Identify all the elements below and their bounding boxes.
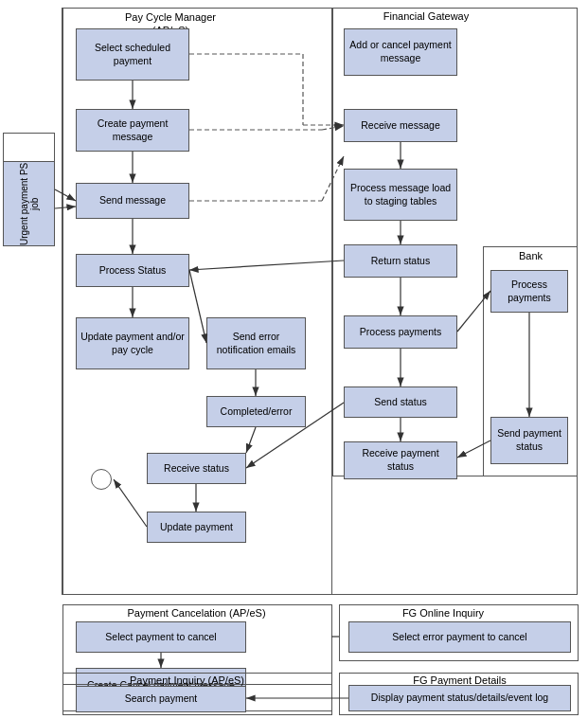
receive-message-box: Receive message	[344, 109, 457, 142]
receive-payment-status-box: Receive payment status	[344, 441, 457, 479]
update-payment-box: Update payment	[147, 512, 246, 543]
receive-status-box: Receive status	[147, 453, 246, 484]
select-scheduled-box: Select scheduled payment	[76, 28, 189, 81]
select-error-payment-box: Select error payment to cancel	[348, 621, 571, 653]
update-payment-cycle-box: Update payment and/or pay cycle	[76, 317, 189, 369]
send-status-box: Send status	[344, 386, 457, 418]
fg-online-inquiry-label: FG Online Inquiry	[348, 607, 538, 619]
select-payment-cancel-box: Select payment to cancel	[76, 621, 246, 653]
fg-label: Financial Gateway	[350, 10, 502, 22]
diagram-container: eS Pay Cycle Manager(AP/eS) Financial Ga…	[0, 0, 588, 719]
send-payment-status-bank-box: Send payment status	[490, 417, 568, 464]
completed-error-box: Completed/error	[206, 396, 306, 427]
process-status-box: Process Status	[76, 254, 189, 287]
urgent-payment-box: Urgent payment PS job	[3, 161, 55, 246]
send-message-box: Send message	[76, 183, 189, 219]
return-status-box: Return status	[344, 244, 457, 278]
add-cancel-msg-box: Add or cancel payment message	[344, 28, 457, 76]
payment-cancelation-label: Payment Cancelation (AP/eS)	[80, 607, 312, 619]
pay-cycle-border	[62, 8, 332, 595]
create-payment-msg-box: Create payment message	[76, 109, 189, 152]
send-error-box: Send error notification emails	[206, 317, 306, 369]
process-payments-fg-box: Process payments	[344, 315, 457, 349]
process-payments-bank-box: Process payments	[490, 270, 568, 313]
bank-label: Bank	[490, 250, 571, 261]
process-message-load-box: Process message load to staging tables	[344, 169, 457, 221]
search-payment-box: Search payment	[76, 686, 246, 712]
payment-inquiry-label: Payment Inquiry (AP/eS)	[71, 674, 303, 686]
display-payment-status-box: Display payment status/details/event log	[348, 685, 571, 711]
circle-symbol	[91, 469, 112, 490]
